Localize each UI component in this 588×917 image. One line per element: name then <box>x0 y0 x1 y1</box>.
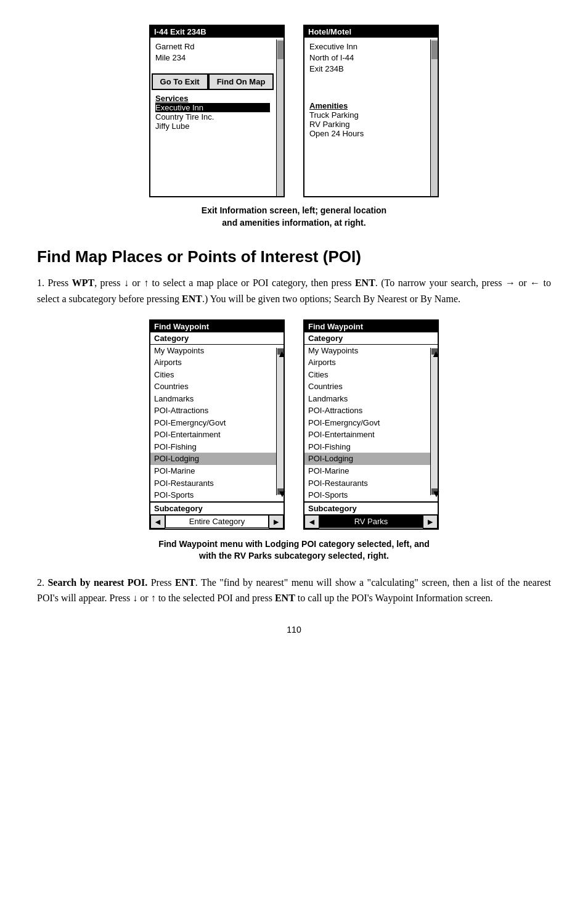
left-panel-scrollbar[interactable] <box>276 39 284 196</box>
list-item[interactable]: POI-Attractions <box>150 405 276 417</box>
list-item[interactable]: POI-Fishing <box>150 441 276 453</box>
left-exit-panel: I-44 Exit 234B Garnett Rd Mile 234 Go To… <box>149 25 285 197</box>
left-waypoint-panel: Find Waypoint Category My Waypoints Airp… <box>149 319 285 530</box>
left-panel-title: I-44 Exit 234B <box>150 26 284 38</box>
list-item[interactable]: POI-Emergncy/Govt <box>304 417 430 429</box>
list-item[interactable]: POI-Restaurants <box>304 477 430 490</box>
list-item[interactable]: Airports <box>150 356 276 369</box>
body-paragraph-1: 1. Press WPT, press ↓ or ↑ to select a m… <box>37 275 551 306</box>
list-item[interactable]: POI-Entertainment <box>150 429 276 441</box>
right-wp-nav-text[interactable]: RV Parks <box>319 515 423 528</box>
amenity-rv-parking: RV Parking <box>309 120 424 129</box>
service-item-country-tire[interactable]: Country Tire Inc. <box>155 112 270 121</box>
service-item-executive-inn[interactable]: Executive Inn <box>155 103 270 112</box>
right-wp-title: Find Waypoint <box>304 321 438 332</box>
amenity-truck-parking: Truck Parking <box>309 110 424 120</box>
amenities-section: Amenities Truck Parking RV Parking Open … <box>304 97 429 142</box>
top-panels-section: I-44 Exit 234B Garnett Rd Mile 234 Go To… <box>37 25 551 197</box>
list-item[interactable]: Countries <box>304 380 430 393</box>
left-wp-nav-right[interactable]: ► <box>269 515 284 528</box>
scroll-down-arrow: ▼ <box>277 488 284 495</box>
waypoint-panels-section: Find Waypoint Category My Waypoints Airp… <box>37 319 551 530</box>
list-item[interactable]: Airports <box>304 356 430 369</box>
list-item[interactable]: POI-Sports <box>150 489 276 501</box>
left-wp-category-label: Category <box>150 332 284 345</box>
right-hotel-panel: Hotel/Motel Executive Inn North of I-44 … <box>303 25 439 197</box>
list-item-poi-lodging-right[interactable]: POI-Lodging <box>304 453 430 465</box>
list-item[interactable]: POI-Fishing <box>304 441 430 453</box>
scroll-up-arrow: ▲ <box>277 348 284 355</box>
services-title: Services <box>155 94 270 103</box>
right-wp-nav-right[interactable]: ► <box>423 515 438 528</box>
right-panel-title: Hotel/Motel <box>304 26 438 38</box>
right-wp-nav-bar: ◄ RV Parks ► <box>304 514 438 528</box>
waypoint-caption: Find Waypoint menu with Lodging POI cate… <box>121 538 467 562</box>
left-wp-list: My Waypoints Airports Cities Countries L… <box>150 345 284 501</box>
exit-buttons: Go To Exit Find On Map <box>150 73 275 90</box>
page-number: 110 <box>37 625 551 635</box>
top-caption: Exit Information screen, left; general l… <box>140 205 448 229</box>
list-item[interactable]: POI-Marine <box>150 465 276 477</box>
find-on-map-button[interactable]: Find On Map <box>208 73 274 90</box>
scroll-up-arrow: ▲ <box>431 348 438 355</box>
section-heading: Find Map Places or Points of Interest (P… <box>37 247 551 266</box>
right-wp-subcategory-label: Subcategory <box>304 501 438 514</box>
left-wp-title: Find Waypoint <box>150 321 284 332</box>
amenity-open-24: Open 24 Hours <box>309 129 424 138</box>
list-item[interactable]: POI-Emergncy/Govt <box>150 417 276 429</box>
services-section: Services Executive Inn Country Tire Inc.… <box>150 90 275 134</box>
list-item[interactable]: My Waypoints <box>150 345 276 357</box>
list-item[interactable]: POI-Sports <box>304 489 430 501</box>
list-item[interactable]: POI-Entertainment <box>304 429 430 441</box>
list-item[interactable]: My Waypoints <box>304 345 430 357</box>
list-item[interactable]: POI-Attractions <box>304 405 430 417</box>
amenities-title: Amenities <box>309 101 424 110</box>
list-item[interactable]: Cities <box>150 369 276 381</box>
right-wp-scrollbar[interactable]: ▲ ▼ <box>430 348 438 495</box>
service-item-jiffy-lube[interactable]: Jiffy Lube <box>155 121 270 131</box>
left-scrollbar-thumb <box>277 41 284 59</box>
list-item[interactable]: Landmarks <box>150 393 276 405</box>
right-wp-list: My Waypoints Airports Cities Countries L… <box>304 345 438 501</box>
list-item[interactable]: Cities <box>304 369 430 381</box>
scroll-down-arrow: ▼ <box>431 488 438 495</box>
left-wp-scrollbar[interactable]: ▲ ▼ <box>276 348 284 495</box>
right-panel-hotel-info: Executive Inn North of I-44 Exit 234B <box>304 38 429 79</box>
left-panel-location: Garnett Rd Mile 234 <box>150 38 275 67</box>
go-to-exit-button[interactable]: Go To Exit <box>152 73 208 90</box>
list-item[interactable]: POI-Restaurants <box>150 477 276 490</box>
list-item[interactable]: Countries <box>150 380 276 393</box>
list-item[interactable]: POI-Marine <box>304 465 430 477</box>
right-panel-scrollbar[interactable] <box>430 39 438 196</box>
left-wp-subcategory-label: Subcategory <box>150 501 284 514</box>
right-waypoint-panel: Find Waypoint Category My Waypoints Airp… <box>303 319 439 530</box>
left-wp-nav-left[interactable]: ◄ <box>150 515 165 528</box>
right-scrollbar-thumb <box>431 41 438 59</box>
list-item-poi-lodging-left[interactable]: POI-Lodging <box>150 453 276 465</box>
left-wp-nav-bar: ◄ Entire Category ► <box>150 514 284 528</box>
list-item[interactable]: Landmarks <box>304 393 430 405</box>
body-paragraph-2: 2. Search by nearest POI. Press ENT. The… <box>37 575 551 606</box>
right-wp-nav-left[interactable]: ◄ <box>304 515 319 528</box>
right-wp-category-label: Category <box>304 332 438 345</box>
left-wp-nav-text[interactable]: Entire Category <box>165 515 269 528</box>
